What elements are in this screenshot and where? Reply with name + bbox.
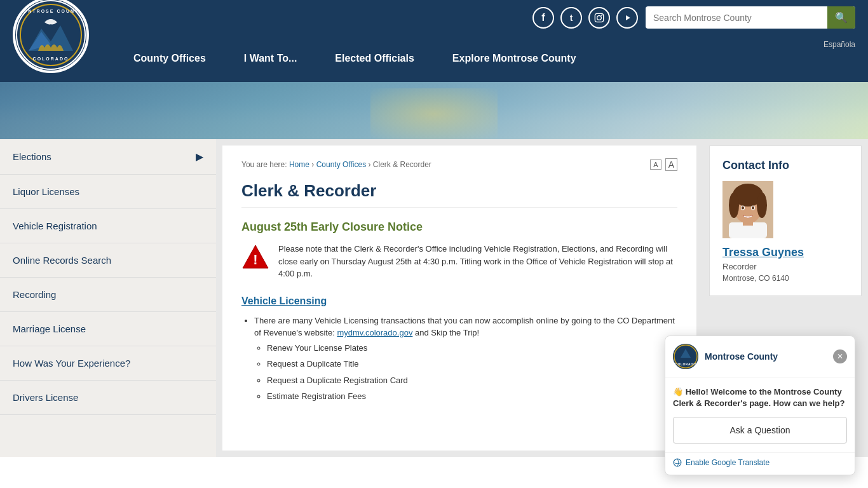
- instagram-icon[interactable]: [588, 7, 610, 29]
- notice-text: Please note that the Clerk & Recorder's …: [278, 243, 677, 280]
- google-translate-button[interactable]: Enable Google Translate: [673, 456, 847, 457]
- header-nav: MONTROSE COUNTY COLORADO County Offices …: [0, 35, 868, 82]
- notice-heading: August 25th Early Closure Notice: [241, 220, 677, 234]
- chat-widget: COLORADO Montrose County ✕ 👋 Hello! Welc…: [665, 336, 855, 457]
- chat-logo-icon: COLORADO: [673, 344, 698, 369]
- notice-box: ! Please note that the Clerk & Recorder'…: [241, 243, 677, 280]
- contact-address: Montrose, CO 6140: [722, 274, 848, 283]
- dmv-link[interactable]: mydmv.colorado.gov: [337, 328, 412, 337]
- svg-text:MONTROSE COUNTY: MONTROSE COUNTY: [18, 9, 83, 13]
- warning-icon: !: [241, 243, 269, 271]
- chat-emoji: 👋: [673, 387, 683, 396]
- ask-question-button[interactable]: Ask a Question: [673, 417, 847, 444]
- sidebar: Elections ▶ Liquor Licenses Vehicle Regi…: [0, 139, 216, 457]
- youtube-icon[interactable]: [616, 7, 638, 29]
- chat-org-name: Montrose County: [705, 351, 778, 362]
- sidebar-item-drivers[interactable]: Drivers License: [0, 381, 216, 415]
- sidebar-label-drivers: Drivers License: [13, 392, 78, 403]
- sidebar-item-elections[interactable]: Elections ▶: [0, 139, 216, 175]
- link-suffix: and Skip the Trip!: [415, 328, 479, 337]
- sidebar-label-records: Online Records Search: [13, 255, 111, 266]
- sidebar-label-vehicle-reg: Vehicle Registration: [13, 220, 97, 231]
- breadcrumb-current: Clerk & Recorder: [373, 160, 431, 169]
- sidebar-item-vehicle-reg[interactable]: Vehicle Registration: [0, 209, 216, 243]
- list-sub-item: Request a Duplicate Title: [267, 358, 677, 370]
- sidebar-label-marriage: Marriage License: [13, 323, 86, 334]
- nav-elected-officials[interactable]: Elected Officials: [316, 35, 433, 82]
- nav-county-offices[interactable]: County Offices: [114, 35, 225, 82]
- font-controls: A A: [650, 158, 677, 171]
- list-sub-item: Estimate Registration Fees: [267, 390, 677, 403]
- contact-name[interactable]: Tressa Guynes: [722, 246, 848, 259]
- logo[interactable]: MONTROSE COUNTY COLORADO: [13, 0, 89, 73]
- contact-photo: [722, 181, 773, 238]
- chat-message: 👋 Hello! Welcome to the Montrose County …: [673, 386, 847, 409]
- list-item: There are many Vehicle Licensing transac…: [254, 315, 677, 403]
- svg-text:COLORADO: COLORADO: [675, 362, 696, 366]
- search-bar: 🔍: [646, 6, 855, 29]
- sidebar-item-recording[interactable]: Recording: [0, 278, 216, 312]
- sidebar-item-marriage[interactable]: Marriage License: [0, 312, 216, 346]
- svg-point-21: [742, 207, 744, 210]
- content-list: There are many Vehicle Licensing transac…: [254, 315, 677, 403]
- chat-message-text: Hello! Welcome to the Montrose County Cl…: [673, 387, 844, 408]
- svg-marker-3: [626, 15, 630, 20]
- list-sub-item: Request a Duplicate Registration Card: [267, 374, 677, 387]
- search-input[interactable]: [646, 8, 827, 28]
- nav-menu: County Offices I Want To... Elected Offi…: [114, 35, 595, 82]
- breadcrumb-county-offices[interactable]: County Offices: [316, 160, 366, 169]
- svg-point-1: [597, 15, 602, 20]
- arrow-icon: ▶: [196, 151, 203, 163]
- header-top: f t 🔍: [0, 0, 868, 35]
- breadcrumb-sep2: ›: [368, 160, 372, 169]
- sidebar-item-liquor[interactable]: Liquor Licenses: [0, 175, 216, 209]
- sidebar-item-records[interactable]: Online Records Search: [0, 243, 216, 278]
- nav-explore[interactable]: Explore Montrose County: [433, 35, 595, 82]
- contact-card: Contact Info: [709, 146, 862, 296]
- social-icons: f t: [532, 7, 638, 29]
- translate-bar: Enable Google Translate: [665, 452, 855, 457]
- font-increase-icon[interactable]: A: [665, 158, 677, 171]
- breadcrumb-home[interactable]: Home: [289, 160, 309, 169]
- sidebar-label-recording: Recording: [13, 289, 56, 300]
- section-heading[interactable]: Vehicle Licensing: [241, 295, 677, 307]
- search-button[interactable]: 🔍: [827, 6, 855, 29]
- svg-text:!: !: [253, 252, 257, 268]
- content-area: You are here: Home › County Offices › Cl…: [222, 146, 696, 451]
- chat-body: 👋 Hello! Welcome to the Montrose County …: [665, 377, 855, 452]
- logo-container: MONTROSE COUNTY COLORADO: [13, 0, 89, 73]
- chat-header: COLORADO Montrose County ✕: [665, 336, 855, 377]
- svg-point-18: [757, 193, 767, 218]
- chat-close-button[interactable]: ✕: [833, 349, 847, 363]
- contact-title: Contact Info: [722, 159, 848, 172]
- breadcrumb-label: You are here:: [241, 160, 289, 169]
- svg-point-17: [729, 193, 739, 218]
- contact-role: Recorder: [722, 262, 848, 271]
- list-sub-item: Renew Your License Plates: [267, 342, 677, 355]
- sidebar-label-experience: How Was Your Experience?: [13, 358, 130, 369]
- nav-i-want-to[interactable]: I Want To...: [225, 35, 316, 82]
- twitter-icon[interactable]: t: [560, 7, 582, 29]
- svg-text:COLORADO: COLORADO: [33, 57, 69, 61]
- sidebar-label-elections: Elections: [13, 151, 51, 162]
- facebook-icon[interactable]: f: [532, 7, 554, 29]
- sub-list: Renew Your License Plates Request a Dupl…: [267, 342, 677, 403]
- svg-point-22: [752, 207, 754, 210]
- hero-banner: [0, 82, 868, 139]
- breadcrumb-sep1: ›: [311, 160, 316, 169]
- sidebar-item-experience[interactable]: How Was Your Experience?: [0, 346, 216, 381]
- svg-point-2: [601, 15, 602, 16]
- breadcrumb: You are here: Home › County Offices › Cl…: [241, 158, 677, 171]
- espanol-link[interactable]: Española: [824, 40, 855, 51]
- page-title: Clerk & Recorder: [241, 181, 677, 208]
- font-decrease-icon[interactable]: A: [650, 159, 661, 170]
- sidebar-label-liquor: Liquor Licenses: [13, 186, 79, 197]
